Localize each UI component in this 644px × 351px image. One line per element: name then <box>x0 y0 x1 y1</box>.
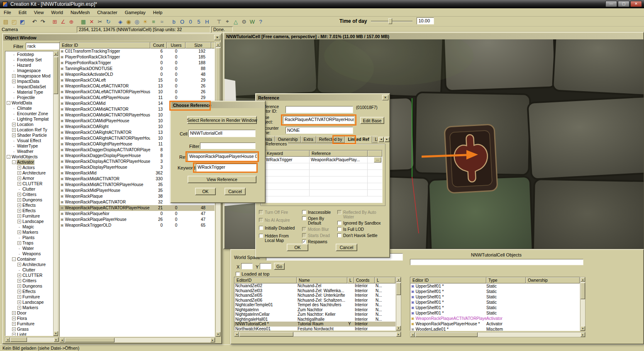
filter-input[interactable] <box>200 143 256 149</box>
objects-filter-input[interactable] <box>410 259 583 265</box>
cell-row[interactable]: NchuandZel05Nchuand-Zel: UnterkünfteInte… <box>234 293 395 298</box>
tree-expand-icon[interactable]: + <box>17 241 21 245</box>
scroll-right-icon[interactable]: ► <box>396 332 401 336</box>
undo-icon[interactable]: ↶ <box>30 17 39 26</box>
menu-navmesh[interactable]: NavMesh <box>67 9 93 16</box>
ok-button[interactable]: OK <box>287 244 308 251</box>
reference-editor-id-input[interactable] <box>285 106 353 113</box>
tree-expand-icon[interactable]: + <box>17 220 21 223</box>
cell-objects-vertical-scrollbar[interactable]: ▲ ▼ <box>580 277 585 331</box>
toggle-shaders-icon[interactable]: 5 <box>195 17 203 26</box>
scroll-down-icon[interactable]: ▼ <box>581 326 585 331</box>
cancel-button[interactable]: Cancel <box>224 188 246 195</box>
object-row[interactable]: ▣WeaponRackCOALeftACTIVATOR13026 <box>60 83 215 89</box>
help-icon[interactable]: ? <box>256 17 265 26</box>
cell-object-row[interactable]: ▣UpperShelf01 *Static <box>410 283 580 289</box>
tree-expand-icon[interactable]: + <box>12 80 16 83</box>
tree-expand-icon[interactable]: + <box>17 203 21 207</box>
cell-row[interactable]: NightcallerTemple01Tempel des Nachtrufer… <box>234 303 395 307</box>
scroll-up-icon[interactable]: ▲ <box>54 51 58 56</box>
toggle-light-markers-icon[interactable]: ◉ <box>124 17 133 26</box>
weapon-plaque[interactable] <box>444 124 498 193</box>
checkbox-reflected-by-auto-water[interactable]: Reflected By Auto Water <box>337 210 387 219</box>
choose-reference-titlebar[interactable]: Choose Reference <box>171 102 264 108</box>
toggle-grid-icon[interactable]: ▦ <box>79 17 88 26</box>
scrollbar-thumb[interactable] <box>239 332 293 336</box>
object-row[interactable]: ▣PlayerPotionRackClickTrigger00185 <box>60 54 215 60</box>
scroll-right-icon[interactable]: ► <box>54 337 59 342</box>
scroll-left-icon[interactable]: ◄ <box>410 332 415 337</box>
scroll-left-icon[interactable]: ◄ <box>5 337 10 342</box>
cell-row[interactable]: NightingaleHall01NachtigallhalleInterior… <box>234 317 395 322</box>
tree-item-effects[interactable]: +Effects <box>6 203 53 208</box>
cell-object-row[interactable]: ▣WeaponRackPlaqueACTIVATORPlaye...Activa… <box>410 316 580 321</box>
tree-item-hazard[interactable]: -Hazard <box>6 63 53 68</box>
keyword-dropdown[interactable]: WRackTrigger <box>196 164 256 172</box>
tree-item-location[interactable]: +Location <box>6 122 53 127</box>
ref-dropdown[interactable]: WeaponRackPlaquePlayerHouse 010 <box>188 153 257 161</box>
tree-expand-icon[interactable]: + <box>17 182 21 186</box>
object-row[interactable]: ▣WeaponRackCOALeftPlayerHouse11029 <box>60 95 215 101</box>
render-window-titlebar[interactable]: NNWTutorialCell [Free camera, perspectiv… <box>224 33 643 39</box>
tree-expand-icon[interactable]: + <box>17 230 21 234</box>
checkbox-box[interactable] <box>302 210 306 214</box>
tree-expand-icon[interactable]: + <box>17 274 21 277</box>
checkbox-box[interactable] <box>259 234 263 238</box>
tab-linked-ref[interactable]: Linked Ref <box>345 136 372 143</box>
checkbox-initially-disabled[interactable]: Initially Disabled <box>259 226 302 230</box>
menu-file[interactable]: File <box>0 9 15 16</box>
scroll-right-icon[interactable]: ► <box>210 338 215 342</box>
scroll-down-icon[interactable]: ▼ <box>54 331 58 336</box>
scissors-icon[interactable]: ✂ <box>96 17 104 26</box>
camera-icon[interactable]: ⌖ <box>223 17 232 26</box>
cell-object-row[interactable]: ▣UpperShelf01 *Static <box>410 305 580 310</box>
scrollbar-thumb[interactable] <box>10 337 27 342</box>
tree-expand-icon[interactable]: + <box>17 284 21 288</box>
go-button[interactable]: Go <box>274 263 285 270</box>
tree-item-markers[interactable]: +Markers <box>6 305 53 310</box>
tree-expand-icon[interactable]: + <box>17 198 21 202</box>
toggle-occlusion-icon[interactable]: O <box>178 17 186 26</box>
tree-item-critters[interactable]: +Critters <box>6 278 53 283</box>
gear-icon[interactable]: ⚙ <box>240 17 248 26</box>
cell-row[interactable]: NchuandZel03Nchuand-Zel: Walfenka...Inte… <box>234 288 395 293</box>
tab-scroll-left-icon[interactable]: ◄ <box>378 137 384 142</box>
refresh-render-icon[interactable]: ↻ <box>104 17 112 26</box>
menu-edit[interactable]: Edit <box>15 9 30 16</box>
checkbox-inaccessible[interactable]: Inaccessible <box>302 210 337 215</box>
scroll-up-icon[interactable]: ▲ <box>581 277 585 282</box>
menu-help[interactable]: Help <box>149 9 166 16</box>
tree-expand-icon[interactable]: + <box>17 300 21 304</box>
column-coords[interactable]: Coords <box>354 277 375 283</box>
scrollbar-thumb[interactable] <box>65 338 115 342</box>
tree-expand-icon[interactable]: + <box>17 279 21 283</box>
menu-gameplay[interactable]: Gameplay <box>121 9 149 16</box>
scrollbar-thumb[interactable] <box>581 283 585 299</box>
tree-item-water[interactable]: -Water <box>6 246 53 251</box>
cancel-button[interactable]: Cancel <box>336 244 357 251</box>
slider-thumb[interactable] <box>388 18 392 24</box>
scroll-up-icon[interactable]: ▲ <box>216 42 220 47</box>
cell-row[interactable]: NightgateInnZum NachttorInteriorN... <box>234 307 395 312</box>
edit-base-button[interactable]: Edit Base <box>360 117 384 124</box>
object-row[interactable]: ▣WeaponRackPlaqueNor0047 <box>60 211 215 217</box>
menu-view[interactable]: View <box>30 9 48 16</box>
new-icon[interactable]: ▤ <box>2 17 10 26</box>
scroll-left-icon[interactable]: ◄ <box>60 338 64 342</box>
tree-item-visual-effect[interactable]: -Visual Effect <box>6 138 53 143</box>
tree-expand-icon[interactable]: + <box>12 322 16 326</box>
reference-row[interactable]: WRackTriggerWeaponRackPlaquePlay...... <box>265 157 382 163</box>
minimize-button[interactable]: — <box>605 1 617 7</box>
toggle-markers-icon[interactable]: ◈ <box>116 17 124 26</box>
object-row[interactable]: ▣C01TransformTrackingTrigger60192 <box>60 48 215 54</box>
tree-vertical-scrollbar[interactable]: ▲ ▼ <box>53 51 59 336</box>
object-row[interactable]: ▣WeaponRackTriggerOLD0065 <box>60 223 215 228</box>
tree-item-plants[interactable]: -Plants <box>6 235 53 240</box>
object-row[interactable]: ▣WeaponRackPlaquePlayerHouse26047 <box>60 217 215 223</box>
tree-item-imagespace[interactable]: -Imagespace <box>6 68 53 73</box>
loaded-at-top-checkbox[interactable]: Loaded at top <box>236 271 269 276</box>
more-button[interactable]: ... <box>374 157 381 162</box>
toggle-lod-icon[interactable]: 0 <box>186 17 195 26</box>
tree-expand-icon[interactable]: + <box>17 214 21 218</box>
tree-expand-icon[interactable]: + <box>12 311 16 315</box>
